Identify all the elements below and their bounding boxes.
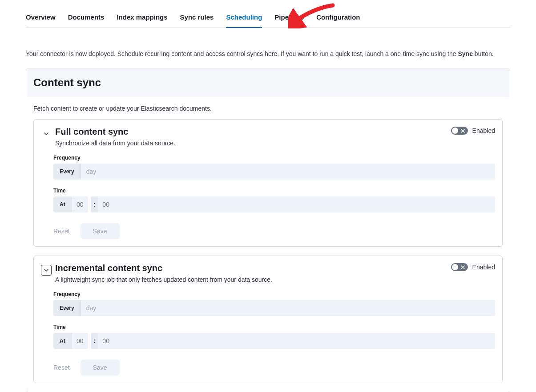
incremental-time-minutes-input[interactable] [98,333,495,349]
full-frequency-value[interactable]: day [81,164,495,180]
incremental-frequency-label: Frequency [53,291,495,297]
panel-title: Content sync [33,76,503,89]
full-frequency-select[interactable]: Every day [53,164,495,180]
incremental-time-minutes-box: : [91,333,495,349]
tab-bar: Overview Documents Index mappings Sync r… [26,13,510,28]
chevron-down-icon [44,131,49,136]
tab-documents[interactable]: Documents [68,13,105,28]
content-sync-panel: Content sync Fetch content to create or … [26,68,510,392]
incremental-reset-button[interactable]: Reset [53,364,70,371]
full-time-hours-box: At [53,196,88,212]
incremental-sync-title: Incremental content sync [55,263,272,273]
panel-description: Fetch content to create or update your E… [26,97,510,119]
colon-separator: : [91,333,98,349]
tab-overview[interactable]: Overview [26,13,56,28]
full-time-minutes-box: : [91,196,495,212]
full-sync-toggle[interactable] [451,127,468,135]
incremental-sync-toggle-label: Enabled [472,264,495,271]
intro-prefix: Your connector is now deployed. Schedule… [26,50,458,57]
full-sync-subtitle: Synchronize all data from your data sour… [55,140,175,147]
collapse-toggle-full[interactable] [41,128,52,139]
full-frequency-label: Frequency [53,155,495,161]
incremental-time-hours-input[interactable] [72,333,88,349]
full-sync-title: Full content sync [55,127,175,137]
full-time-label: Time [53,188,495,194]
incremental-content-sync-card: Incremental content sync A lightweight s… [33,256,503,383]
intro-bold: Sync [458,50,472,57]
collapse-toggle-incremental[interactable] [41,265,52,276]
incremental-frequency-select[interactable]: Every day [53,300,495,316]
full-time-prefix: At [53,196,72,212]
tab-index-mappings[interactable]: Index mappings [117,13,167,28]
full-content-sync-card: Full content sync Synchronize all data f… [33,119,503,247]
incremental-sync-subtitle: A lightweight sync job that only fetches… [55,276,272,283]
incremental-time-label: Time [53,324,495,330]
tab-scheduling[interactable]: Scheduling [226,13,262,28]
full-frequency-prefix: Every [53,164,81,180]
close-icon [460,264,466,270]
close-icon [460,128,466,134]
full-time-minutes-input[interactable] [98,196,495,212]
chevron-down-icon [44,268,49,273]
intro-text: Your connector is now deployed. Schedule… [26,50,510,57]
intro-suffix: button. [473,50,494,57]
incremental-time-hours-box: At [53,333,88,349]
incremental-save-button[interactable]: Save [81,360,120,376]
incremental-sync-toggle[interactable] [451,263,468,271]
incremental-frequency-value[interactable]: day [81,300,495,316]
incremental-frequency-prefix: Every [53,300,81,316]
full-sync-toggle-label: Enabled [472,127,495,134]
colon-separator: : [91,196,98,212]
full-save-button[interactable]: Save [81,223,120,239]
tab-pipelines[interactable]: Pipelines [274,13,304,28]
full-time-hours-input[interactable] [72,196,88,212]
tab-configuration[interactable]: Configuration [316,13,360,28]
tab-sync-rules[interactable]: Sync rules [180,13,214,28]
full-reset-button[interactable]: Reset [53,228,70,235]
incremental-time-prefix: At [53,333,72,349]
